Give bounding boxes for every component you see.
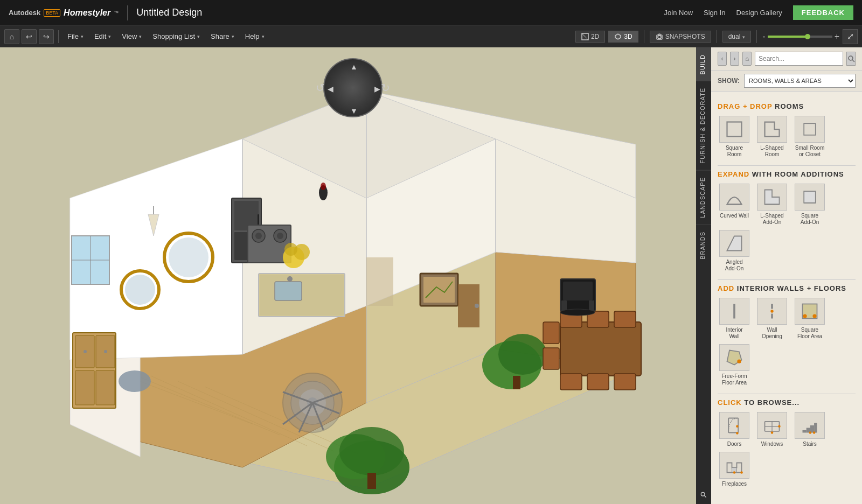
svg-point-109 <box>770 310 773 312</box>
help-menu[interactable]: Help▾ <box>241 30 269 43</box>
tab-furnish[interactable]: FURNISH & DECORATE <box>696 81 711 170</box>
svg-rect-86 <box>563 282 593 300</box>
nav-up-button[interactable]: ▲ <box>350 62 358 71</box>
svg-point-129 <box>733 471 736 474</box>
fireplaces-item[interactable]: Fireplaces <box>718 452 751 487</box>
svg-point-111 <box>812 314 816 318</box>
feedback-button[interactable]: FEEDBACK <box>793 5 853 20</box>
toolbar-divider-1 <box>58 30 59 43</box>
panel-home-button[interactable]: ⌂ <box>742 52 752 66</box>
home-button[interactable]: ⌂ <box>4 29 19 44</box>
panel-back-button[interactable]: ‹ <box>718 52 727 66</box>
svg-rect-100 <box>727 122 742 137</box>
svg-point-38 <box>104 350 107 353</box>
panel-search-button[interactable] <box>846 52 856 66</box>
svg-point-113 <box>737 360 741 363</box>
search-icon[interactable] <box>700 490 707 500</box>
svg-point-127 <box>809 431 812 434</box>
zoom-in-button[interactable]: + <box>835 32 839 41</box>
viewport[interactable]: ▲ ▼ ◀ ▶ ↺ ↻ <box>0 47 711 504</box>
l-shaped-addon-item[interactable]: L-ShapedAdd-On <box>755 184 789 226</box>
redo-button[interactable]: ↪ <box>39 29 54 44</box>
interior-walls-grid: InteriorWall WallOpening <box>718 298 856 386</box>
dual-button[interactable]: dual▾ <box>722 31 752 43</box>
curved-wall-label: Curved Wall <box>720 213 749 219</box>
freeform-floor-item[interactable]: Free-FormFloor Area <box>718 344 751 386</box>
square-floor-icon <box>795 298 825 325</box>
wall-opening-icon <box>757 298 787 325</box>
sign-in-link[interactable]: Sign In <box>704 9 725 17</box>
drag-rooms-grid: SquareRoom L-ShapedRoom Small Roomor Clo… <box>718 116 856 158</box>
logo-area: Autodesk BETA Homestyler ™ <box>9 8 119 18</box>
view-2d-button[interactable]: 2D <box>575 31 605 43</box>
svg-point-2 <box>658 36 661 39</box>
snapshots-button[interactable]: SNAPSHOTS <box>650 31 711 43</box>
l-shaped-room-label: L-ShapedRoom <box>760 145 783 158</box>
svg-point-39 <box>119 370 151 392</box>
logo-homestyler: Homestyler <box>64 8 110 18</box>
svg-point-121 <box>778 425 781 428</box>
logo-divider <box>127 5 128 20</box>
tab-build[interactable]: BUILD <box>696 47 711 81</box>
l-shaped-room-item[interactable]: L-ShapedRoom <box>755 116 789 158</box>
section-divider-3 <box>718 394 856 394</box>
svg-rect-47 <box>275 282 302 300</box>
panel-search-input[interactable] <box>755 52 843 66</box>
top-right-links: Join Now Sign In Design Gallery FEEDBACK <box>664 5 853 20</box>
svg-rect-101 <box>804 123 816 135</box>
view-menu[interactable]: View▾ <box>117 30 146 43</box>
small-room-item[interactable]: Small Roomor Closet <box>793 116 826 158</box>
design-gallery-link[interactable]: Design Gallery <box>736 9 782 17</box>
home-icon: ⌂ <box>10 32 14 41</box>
rotate-left-button[interactable]: ↺ <box>316 81 325 94</box>
windows-item[interactable]: Windows <box>755 412 789 447</box>
panel-content: DRAG + DROP ROOMS SquareRoom L-ShapedRoo… <box>711 92 862 504</box>
wall-opening-item[interactable]: WallOpening <box>755 298 789 340</box>
redo-icon: ↪ <box>43 32 50 41</box>
expand-button[interactable]: ⤢ <box>843 29 858 44</box>
tab-landscape[interactable]: LANDSCAPE <box>696 170 711 225</box>
doors-label: Doors <box>727 441 742 447</box>
interior-wall-item[interactable]: InteriorWall <box>718 298 751 340</box>
angled-addon-label: AngledAdd-On <box>725 259 743 272</box>
svg-point-115 <box>736 425 739 428</box>
svg-rect-35 <box>75 370 94 405</box>
nav-right-button[interactable]: ▶ <box>374 85 380 93</box>
curved-wall-item[interactable]: Curved Wall <box>718 184 751 226</box>
zoom-slider[interactable] <box>768 36 832 38</box>
logo-trademark: ™ <box>114 10 119 16</box>
toolbar-divider-3 <box>717 30 717 43</box>
rotate-right-button[interactable]: ↻ <box>381 81 390 94</box>
windows-icon <box>757 412 787 439</box>
square-addon-item[interactable]: SquareAdd-On <box>793 184 826 226</box>
fireplaces-icon <box>719 452 749 479</box>
nav-left-button[interactable]: ◀ <box>328 85 333 93</box>
show-label: SHOW: <box>718 77 740 85</box>
file-menu[interactable]: File▾ <box>63 30 88 43</box>
browse-header: CLICK TO BROWSE... <box>718 398 856 407</box>
l-shaped-room-icon <box>757 116 787 143</box>
zoom-out-button[interactable]: - <box>762 32 765 41</box>
svg-rect-104 <box>804 191 816 203</box>
angled-addon-item[interactable]: AngledAdd-On <box>718 230 751 272</box>
svg-point-55 <box>321 183 326 190</box>
doors-item[interactable]: Doors <box>718 412 751 447</box>
section-divider-2 <box>718 279 856 280</box>
square-floor-item[interactable]: SquareFloor Area <box>793 298 826 340</box>
svg-point-96 <box>701 492 705 496</box>
show-dropdown[interactable]: ROOMS, WALLS & AREAS FLOORS ONLY WALLS O… <box>744 74 856 88</box>
edit-menu[interactable]: Edit▾ <box>90 30 115 43</box>
tab-brands[interactable]: BRANDS <box>696 225 711 266</box>
panel-forward-button[interactable]: › <box>730 52 739 66</box>
shopping-list-menu[interactable]: Shopping List▾ <box>148 30 204 43</box>
square-room-item[interactable]: SquareRoom <box>718 116 751 158</box>
svg-point-116 <box>736 432 739 435</box>
share-menu[interactable]: Share▾ <box>206 30 239 43</box>
join-now-link[interactable]: Join Now <box>664 9 693 17</box>
nav-down-button[interactable]: ▼ <box>350 107 358 115</box>
view-3d-button[interactable]: 3D <box>608 31 638 43</box>
stairs-item[interactable]: Stairs <box>793 412 826 447</box>
interior-wall-label: InteriorWall <box>726 327 742 340</box>
undo-button[interactable]: ↩ <box>22 29 37 44</box>
svg-rect-91 <box>423 277 455 303</box>
